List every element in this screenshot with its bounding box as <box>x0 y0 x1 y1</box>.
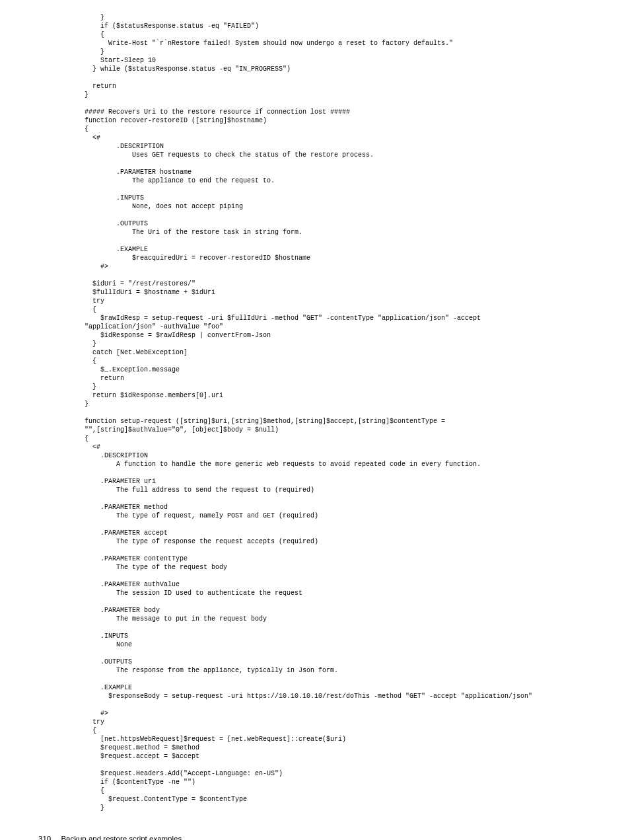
code-block: } if ($statusResponse.status -eq "FAILED… <box>85 13 617 812</box>
section-title: Backup and restore script examples <box>61 835 182 840</box>
page-footer: 310 Backup and restore script examples <box>0 825 630 840</box>
page-number: 310 <box>38 835 51 840</box>
